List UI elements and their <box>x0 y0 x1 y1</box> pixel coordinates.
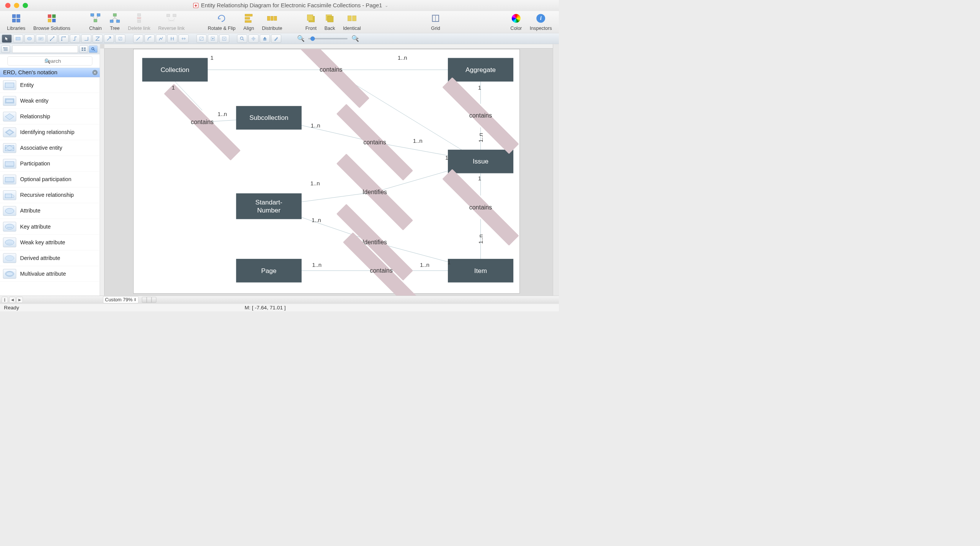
edit-tool-1[interactable] <box>196 34 206 43</box>
view-mode-2[interactable] <box>147 297 152 302</box>
sidebar-item[interactable]: Multivalue attribute <box>0 266 100 282</box>
back-button[interactable]: Back <box>320 13 339 31</box>
diagram-page[interactable]: CollectionAggregateSubcollectionIssueSta… <box>133 49 519 294</box>
distribute-button[interactable]: Distribute <box>258 13 286 31</box>
grid-icon <box>430 13 441 23</box>
line-tool-1[interactable] <box>47 34 57 43</box>
color-icon <box>511 13 521 23</box>
close-library-button[interactable]: ✕ <box>92 70 98 75</box>
sidebar-item[interactable]: Weak entity <box>0 93 100 109</box>
zoom-slider-thumb[interactable] <box>310 36 315 41</box>
sidebar-item[interactable]: Associative entity <box>0 140 100 156</box>
entity-subcollection[interactable]: Subcollection <box>236 106 301 130</box>
line-tool-4[interactable] <box>81 34 91 43</box>
connector-tool-2[interactable] <box>145 34 155 43</box>
color-button[interactable]: Color <box>506 13 526 31</box>
sidebar-library-header[interactable]: ERD, Chen's notation ✕ <box>0 68 100 77</box>
canvas-viewport[interactable]: CollectionAggregateSubcollectionIssueSta… <box>105 49 559 296</box>
zoom-tool[interactable] <box>237 34 247 43</box>
page-pause-button[interactable]: ‖ <box>2 297 8 303</box>
cardinality-label: 1 <box>210 54 213 61</box>
relationship-r_std_issue[interactable]: Identifies <box>345 180 404 204</box>
sidebar-item[interactable]: Entity <box>0 77 100 93</box>
entity-aggregate[interactable]: Aggregate <box>448 58 513 82</box>
sidebar-item[interactable]: Derived attribute <box>0 250 100 266</box>
relationship-r_col_agg[interactable]: contains <box>302 58 361 82</box>
view-mode-3[interactable] <box>152 297 157 302</box>
relationship-r_page_item[interactable]: contains <box>352 259 411 283</box>
svg-rect-11 <box>245 17 250 19</box>
sidebar-item[interactable]: Relationship <box>0 109 100 124</box>
view-mode-1[interactable] <box>142 297 147 302</box>
zoom-slider[interactable] <box>308 38 348 39</box>
sidebar-item[interactable]: Participation <box>0 156 100 172</box>
sidebar-item[interactable]: Weak key attribute <box>0 235 100 250</box>
entity-issue[interactable]: Issue <box>448 150 513 173</box>
delete-link-icon <box>134 13 144 23</box>
inspectors-button[interactable]: iInspectors <box>526 13 556 31</box>
svg-rect-15 <box>274 16 277 20</box>
sidebar-grid-view-button[interactable] <box>79 45 88 52</box>
sidebar-item[interactable]: Attribute <box>0 203 100 219</box>
sidebar-item[interactable]: Optional participation <box>0 172 100 187</box>
grid-button[interactable]: Grid <box>426 13 445 31</box>
title-dropdown-chevron-icon[interactable]: ⌄ <box>385 3 389 8</box>
stamp-tool[interactable] <box>260 34 270 43</box>
zoom-stepper[interactable]: ▲▼ <box>134 298 137 301</box>
svg-rect-9 <box>173 14 176 17</box>
align-button[interactable]: Align <box>239 13 258 31</box>
close-window-button[interactable] <box>5 3 11 8</box>
relationship-r_issue_item[interactable]: contains <box>451 195 510 219</box>
shape-icon <box>3 128 16 137</box>
sidebar-item[interactable]: Identifying relationship <box>0 124 100 140</box>
connector-tool-5[interactable] <box>179 34 189 43</box>
zoom-window-button[interactable] <box>23 3 28 8</box>
edit-tool-3[interactable] <box>219 34 229 43</box>
connector-tool-1[interactable] <box>133 34 143 43</box>
front-button[interactable]: Front <box>301 13 320 31</box>
connector-tool-4[interactable] <box>167 34 177 43</box>
relationship-r_agg_issue[interactable]: contains <box>451 104 510 128</box>
chain-button[interactable]: Chain <box>85 13 106 31</box>
line-tool-2[interactable] <box>59 34 69 43</box>
edit-tool-2[interactable] <box>208 34 218 43</box>
ellipse-tool[interactable] <box>24 34 34 43</box>
cardinality-label: 1..n <box>477 133 484 142</box>
entity-page[interactable]: Page <box>236 259 301 283</box>
entity-standart_number[interactable]: Standart-Number <box>236 193 301 219</box>
svg-rect-8 <box>167 14 170 17</box>
relationship-r_sub_issue[interactable]: contains <box>345 130 404 154</box>
text-tool[interactable] <box>36 34 46 43</box>
entity-collection[interactable]: Collection <box>142 58 207 82</box>
libraries-button[interactable]: Libraries <box>3 13 29 31</box>
sidebar: 🔍 ERD, Chen's notation ✕ EntityWeak enti… <box>0 44 100 296</box>
rectangle-tool[interactable] <box>13 34 23 43</box>
pan-tool[interactable] <box>248 34 258 43</box>
cardinality-label: 1..n <box>398 54 407 61</box>
sidebar-item-label: Participation <box>20 160 50 167</box>
rotate-flip-button[interactable]: Rotate & Flip <box>204 13 239 31</box>
inspectors-icon: i <box>536 13 546 23</box>
sidebar-tree-button[interactable] <box>1 45 10 52</box>
sidebar-filter-strip[interactable] <box>12 45 78 52</box>
sidebar-item[interactable]: Key attribute <box>0 219 100 234</box>
identical-button[interactable]: Identical <box>339 13 365 31</box>
distribute-icon <box>267 13 277 23</box>
sidebar-search-mode-button[interactable] <box>89 45 98 52</box>
eyedropper-tool[interactable] <box>271 34 281 43</box>
entity-item[interactable]: Item <box>448 259 513 283</box>
page-next-button[interactable]: ▶ <box>16 297 23 303</box>
shape-icon <box>3 175 16 184</box>
zoom-level-field[interactable]: Custom 79% ▲▼ <box>103 296 138 303</box>
line-tool-3[interactable] <box>70 34 80 43</box>
pointer-tool[interactable] <box>2 34 12 43</box>
page-prev-button[interactable]: ◀ <box>9 297 15 303</box>
line-tool-6[interactable] <box>104 34 114 43</box>
line-tool-5[interactable] <box>93 34 103 43</box>
tree-button[interactable]: Tree <box>106 13 124 31</box>
browse-solutions-button[interactable]: Browse Solutions <box>29 13 74 31</box>
line-tool-7[interactable] <box>115 34 125 43</box>
minimize-window-button[interactable] <box>14 3 19 8</box>
sidebar-item[interactable]: Recursive relationship <box>0 187 100 203</box>
connector-tool-3[interactable] <box>156 34 166 43</box>
